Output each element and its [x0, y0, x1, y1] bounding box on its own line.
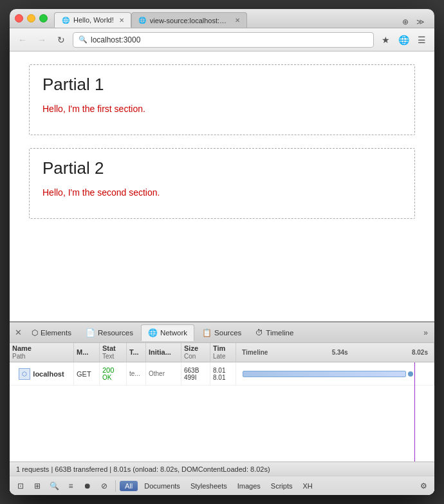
globe-button[interactable]: 🌐 — [396, 32, 411, 48]
tabs-area: 🌐 Hello, World! ✕ 🌐 view-source:localhos… — [54, 9, 429, 28]
row-status-col: 200 OK — [100, 362, 127, 385]
col-header-method[interactable]: M... — [74, 343, 100, 362]
bookmark-button[interactable]: ★ — [378, 32, 393, 48]
row-init-col: Other — [146, 362, 181, 385]
col-header-initiator[interactable]: Initia... — [146, 343, 181, 362]
row-timeline-col — [236, 362, 434, 385]
title-bar: 🌐 Hello, World! ✕ 🌐 view-source:localhos… — [10, 9, 434, 28]
toolbar-block-button[interactable]: ⊘ — [97, 479, 111, 493]
filter-images-button[interactable]: Images — [234, 481, 264, 491]
forward-button[interactable]: → — [34, 32, 50, 48]
toolbar-list-button[interactable]: ≡ — [64, 479, 78, 493]
filter-all-button[interactable]: All — [120, 481, 138, 491]
browser-tab-inactive[interactable]: 🌐 view-source:localhost:3000 ✕ — [131, 12, 247, 28]
minimize-button[interactable] — [27, 14, 35, 23]
col-size-sub: Con — [184, 353, 207, 360]
col-size-main: Size — [184, 344, 207, 353]
row-time: 8.01 — [213, 367, 233, 374]
reload-button[interactable]: ↻ — [53, 32, 69, 48]
timeline-marker2: 8.02s — [412, 349, 428, 357]
filter-scripts-button[interactable]: Scripts — [267, 481, 297, 491]
status-bar-text: 1 requests | 663B transferred | 8.01s (o… — [16, 465, 270, 473]
devtools-tab-sources[interactable]: 📋 Sources — [196, 324, 248, 341]
webpage: Partial 1 Hello, I'm the first section. … — [10, 51, 434, 321]
address-bar[interactable]: 🔍 localhost:3000 — [73, 32, 374, 48]
network-tab-label: Network — [160, 329, 187, 337]
devtools-tab-elements[interactable]: ⬡ Elements — [25, 324, 78, 341]
col-status-sub: Text — [102, 353, 124, 360]
devtools-panel: ✕ ⬡ Elements 📄 Resources 🌐 Network 📋 Sou… — [10, 321, 434, 495]
resource-name: localhost — [33, 370, 64, 378]
row-type-col: te... — [127, 362, 146, 385]
network-icon: 🌐 — [148, 328, 158, 337]
tab-close-2[interactable]: ✕ — [235, 17, 240, 24]
browser-window: 🌐 Hello, World! ✕ 🌐 view-source:localhos… — [10, 9, 434, 495]
tab-menu-button[interactable]: ≫ — [414, 16, 426, 28]
browser-tab-active[interactable]: 🌐 Hello, World! ✕ — [54, 12, 131, 28]
row-type: te... — [129, 370, 143, 377]
col-time-main: Tim — [213, 344, 233, 353]
purple-line — [414, 362, 415, 462]
toolbar-record-button[interactable]: ⏺ — [80, 479, 95, 493]
col-header-size[interactable]: Size Con — [181, 343, 210, 362]
filter-stylesheets-button[interactable]: Stylesheets — [187, 481, 231, 491]
network-body: ⬡ localhost GET 200 OK te... — [10, 362, 434, 462]
toolbar-inspect-button[interactable]: ⊡ — [14, 479, 28, 493]
col-header-name[interactable]: Name Path — [10, 343, 74, 362]
filter-documents-button[interactable]: Documents — [140, 481, 184, 491]
new-tab-button[interactable]: ⊕ — [400, 16, 411, 28]
row-time-col: 8.01 8.01 — [210, 362, 236, 385]
col-method-main: M... — [77, 348, 97, 357]
row-initiator: Other — [149, 370, 178, 377]
menu-button[interactable]: ☰ — [414, 32, 429, 48]
tab-favicon-1: 🌐 — [61, 15, 70, 24]
traffic-lights — [15, 14, 48, 23]
timeline-marker1: 5.34s — [332, 349, 348, 357]
page-content: Partial 1 Hello, I'm the first section. … — [10, 51, 434, 495]
col-header-timeline[interactable]: Timeline 5.34s 8.02s — [236, 343, 434, 362]
row-time-sub: 8.01 — [213, 374, 233, 381]
col-time-sub: Late — [213, 353, 233, 360]
col-header-time[interactable]: Tim Late — [210, 343, 236, 362]
tab-controls: ⊕ ≫ — [396, 16, 429, 28]
col-header-type[interactable]: T... — [127, 343, 146, 362]
row-size: 663B — [184, 367, 207, 374]
devtools-tab-network[interactable]: 🌐 Network — [141, 324, 194, 341]
toolbar-search-button[interactable]: 🔍 — [47, 479, 61, 493]
col-name-main: Name — [12, 344, 71, 353]
devtools-close-button[interactable]: ✕ — [12, 327, 24, 339]
section-title-2: Partial 2 — [42, 158, 402, 178]
section-box-1: Partial 1 Hello, I'm the first section. — [29, 64, 415, 135]
address-icon: 🔍 — [79, 35, 88, 44]
col-status-main: Stat — [102, 344, 124, 353]
back-button[interactable]: ← — [15, 32, 30, 48]
tab-close-1[interactable]: ✕ — [119, 17, 124, 24]
devtools-more-button[interactable]: » — [420, 328, 432, 337]
section-box-2: Partial 2 Hello, I'm the second section. — [29, 148, 415, 219]
tab-title-2: view-source:localhost:3000 — [150, 17, 230, 24]
timeline-tab-label: Timeline — [266, 329, 293, 337]
network-row[interactable]: ⬡ localhost GET 200 OK te... — [10, 362, 434, 386]
devtools-tab-timeline[interactable]: ⏱ Timeline — [249, 324, 300, 341]
timeline-label: Timeline — [242, 349, 268, 357]
resources-icon: 📄 — [86, 328, 95, 337]
network-table-header: Name Path M... Stat Text T... Initia... — [10, 343, 434, 362]
close-button[interactable] — [15, 14, 23, 23]
row-status: 200 — [102, 366, 124, 374]
filter-xh-button[interactable]: XH — [299, 481, 316, 491]
devtools-tab-resources[interactable]: 📄 Resources — [79, 324, 140, 341]
col-type-main: T... — [129, 348, 143, 357]
row-status-sub: OK — [102, 374, 124, 381]
sources-tab-label: Sources — [214, 329, 241, 337]
resources-tab-label: Resources — [98, 329, 133, 337]
devtools-toolbar: ⊡ ⊞ 🔍 ≡ ⏺ ⊘ All Documents Stylesheets Im… — [10, 476, 434, 495]
maximize-button[interactable] — [39, 14, 48, 23]
toolbar-console-button[interactable]: ⊞ — [30, 479, 44, 493]
toolbar-settings-button[interactable]: ⚙ — [416, 479, 430, 493]
col-name-sub: Path — [12, 353, 71, 360]
col-header-status[interactable]: Stat Text — [100, 343, 127, 362]
nav-right-icons: ★ 🌐 ☰ — [378, 32, 429, 48]
devtools-status-bar: 1 requests | 663B transferred | 8.01s (o… — [10, 462, 434, 476]
timeline-bar — [243, 371, 406, 377]
row-name-col: ⬡ localhost — [10, 362, 74, 385]
